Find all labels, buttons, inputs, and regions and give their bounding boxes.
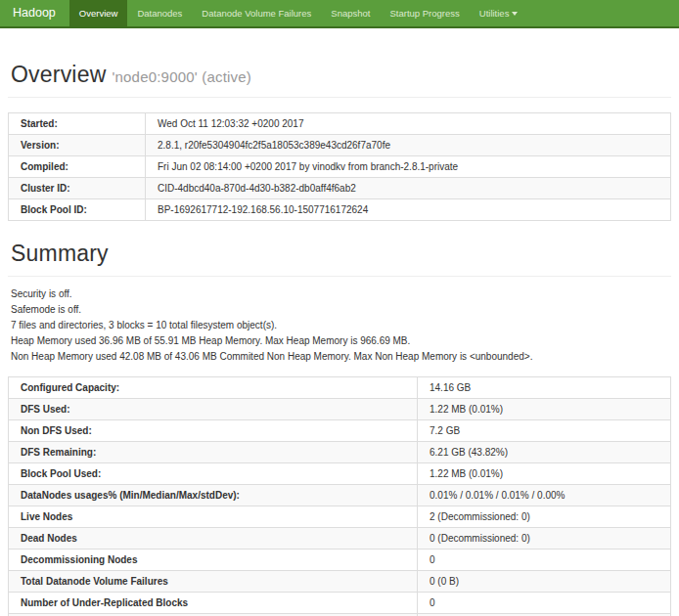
chevron-down-icon bbox=[512, 12, 518, 16]
nav-item[interactable]: Datanode Volume Failures bbox=[192, 0, 321, 26]
table-row: DFS Remaining: 6.21 GB (43.82%) bbox=[9, 442, 671, 463]
nav-item-label: Startup Progress bbox=[389, 8, 459, 19]
stat-row-value: 7.2 GB bbox=[418, 420, 671, 442]
stat-row-value: 1.22 MB (0.01%) bbox=[418, 463, 671, 485]
info-row-value: 2.8.1, r20fe5304904fc2f5a18053c389e43cd2… bbox=[146, 135, 671, 156]
info-row-label: Cluster ID: bbox=[9, 178, 146, 199]
table-row: DataNodes usages% (Min/Median/Max/stdDev… bbox=[9, 485, 671, 506]
overview-title: Overview bbox=[11, 62, 106, 87]
nav-item[interactable]: Datanodes bbox=[127, 0, 192, 26]
info-row-value: Fri Jun 02 08:14:00 +0200 2017 by vinodk… bbox=[146, 156, 671, 178]
summary-note-line: Non Heap Memory used 42.08 MB of 43.06 M… bbox=[11, 351, 668, 363]
stat-row-label: DataNodes usages% (Min/Median/Max/stdDev… bbox=[9, 485, 418, 506]
stat-row-label: Block Pool Used: bbox=[9, 463, 418, 485]
stat-row-label[interactable]: Live Nodes bbox=[9, 506, 418, 528]
stat-row-label: Configured Capacity: bbox=[9, 377, 418, 399]
table-row: Live Nodes 2 (Decommissioned: 0) bbox=[9, 506, 671, 528]
nav-item[interactable]: Utilities bbox=[470, 0, 528, 26]
stat-row-value: 0 (0 B) bbox=[418, 571, 671, 593]
namenode-info-table: Started: Wed Oct 11 12:03:32 +0200 2017 … bbox=[8, 112, 671, 221]
stat-row-label: DFS Used: bbox=[9, 399, 418, 420]
overview-divider bbox=[8, 97, 671, 98]
nav-menu: Overview Datanodes Datanode Volume Failu… bbox=[69, 0, 528, 26]
nav-item[interactable]: Overview bbox=[69, 0, 128, 26]
top-navbar: Hadoop Overview Datanodes Datanode Volum… bbox=[0, 0, 679, 28]
table-row: Decommissioning Nodes 0 bbox=[9, 550, 671, 571]
summary-note-line: Security is off. bbox=[11, 288, 668, 300]
table-row: DFS Used: 1.22 MB (0.01%) bbox=[9, 399, 671, 420]
info-row-label: Block Pool ID: bbox=[9, 199, 146, 221]
table-row: Non DFS Used: 7.2 GB bbox=[9, 420, 671, 442]
summary-divider bbox=[8, 276, 671, 277]
stat-row-label: DFS Remaining: bbox=[9, 442, 418, 463]
stat-row-value: 0 (Decommissioned: 0) bbox=[418, 528, 671, 550]
nav-item-label: Utilities bbox=[479, 8, 510, 19]
brand-hadoop[interactable]: Hadoop bbox=[0, 0, 69, 26]
stat-row-label[interactable]: Decommissioning Nodes bbox=[9, 550, 418, 571]
cluster-summary-table: Configured Capacity: 14.16 GB DFS Used: … bbox=[8, 376, 671, 616]
info-row-label: Version: bbox=[9, 135, 146, 156]
info-row-value: Wed Oct 11 12:03:32 +0200 2017 bbox=[146, 113, 671, 135]
summary-note-line: Safemode is off. bbox=[11, 304, 668, 316]
nav-item-label: Snapshot bbox=[331, 8, 370, 19]
table-row: Total Datanode Volume Failures 0 (0 B) bbox=[9, 571, 671, 593]
stat-row-label: Non DFS Used: bbox=[9, 420, 418, 442]
stat-row-label[interactable]: Dead Nodes bbox=[9, 528, 418, 550]
summary-note-line: 7 files and directories, 3 blocks = 10 t… bbox=[11, 320, 668, 331]
stat-row-value: 2 (Decommissioned: 0) bbox=[418, 506, 671, 528]
table-row: Cluster ID: CID-4dbcd40a-870d-4d30-b382-… bbox=[9, 178, 671, 199]
stat-row-label[interactable]: Total Datanode Volume Failures bbox=[9, 571, 418, 593]
table-row: Compiled: Fri Jun 02 08:14:00 +0200 2017… bbox=[9, 156, 671, 178]
stat-row-value: 6.21 GB (43.82%) bbox=[418, 442, 671, 463]
info-row-label: Started: bbox=[9, 113, 146, 135]
stat-row-value: 0 bbox=[418, 550, 671, 571]
stat-row-value: 0.01% / 0.01% / 0.01% / 0.00% bbox=[418, 485, 671, 506]
table-row: Block Pool Used: 1.22 MB (0.01%) bbox=[9, 463, 671, 485]
table-row: Number of Under-Replicated Blocks 0 bbox=[9, 593, 671, 614]
stat-row-label: Number of Under-Replicated Blocks bbox=[9, 593, 418, 614]
table-row: Dead Nodes 0 (Decommissioned: 0) bbox=[9, 528, 671, 550]
table-row: Configured Capacity: 14.16 GB bbox=[9, 377, 671, 399]
namenode-address-state: 'node0:9000' (active) bbox=[112, 68, 251, 85]
nav-item[interactable]: Snapshot bbox=[321, 0, 380, 26]
nav-item[interactable]: Startup Progress bbox=[380, 0, 469, 26]
summary-note-line: Heap Memory used 36.96 MB of 55.91 MB He… bbox=[11, 335, 668, 347]
nav-item-label: Datanodes bbox=[137, 8, 182, 19]
stat-row-value: 1.22 MB (0.01%) bbox=[418, 399, 671, 420]
stat-row-value: 14.16 GB bbox=[418, 377, 671, 399]
stat-row-value: 0 bbox=[418, 593, 671, 614]
overview-heading: Overview'node0:9000' (active) bbox=[11, 62, 668, 88]
info-row-label: Compiled: bbox=[9, 156, 146, 178]
table-row: Version: 2.8.1, r20fe5304904fc2f5a18053c… bbox=[9, 135, 671, 156]
summary-heading: Summary bbox=[11, 241, 668, 267]
summary-title: Summary bbox=[11, 241, 109, 266]
nav-item-label: Overview bbox=[79, 8, 118, 19]
info-row-value: CID-4dbcd40a-870d-4d30-b382-db0aff4f6ab2 bbox=[146, 178, 671, 199]
summary-notes: Security is off. Safemode is off. 7 file… bbox=[11, 288, 668, 363]
info-row-value: BP-1692617712-192.168.56.10-150771617262… bbox=[146, 199, 671, 221]
table-row: Block Pool ID: BP-1692617712-192.168.56.… bbox=[9, 199, 671, 221]
table-row: Started: Wed Oct 11 12:03:32 +0200 2017 bbox=[9, 113, 671, 135]
nav-item-label: Datanode Volume Failures bbox=[202, 8, 311, 19]
main-content: Overview'node0:9000' (active) Started: W… bbox=[0, 62, 679, 616]
